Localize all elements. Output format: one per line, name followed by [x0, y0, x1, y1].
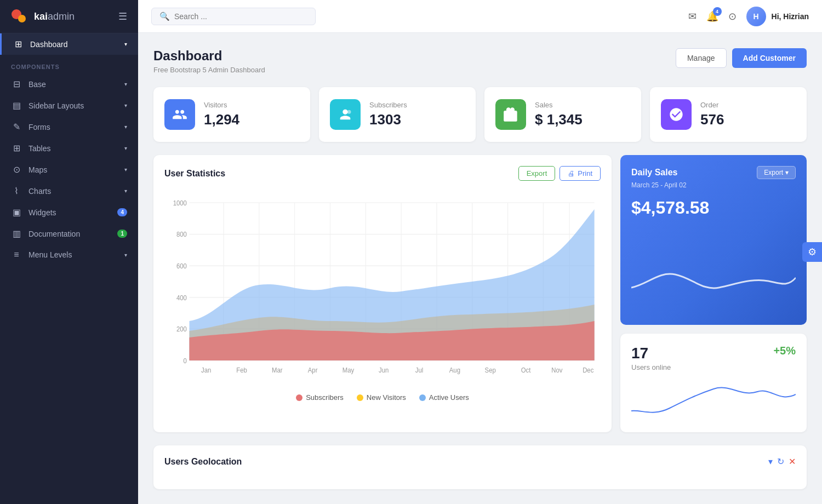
stat-label: Sales: [535, 101, 583, 109]
settings-icon: ⚙: [808, 246, 817, 258]
layouts-icon: ▤: [11, 100, 22, 111]
chart-title: User Statistics: [164, 169, 225, 179]
sidebar-item-maps[interactable]: ⊙ Maps ▾: [0, 159, 138, 180]
user-info[interactable]: H Hi, Hizrian: [746, 7, 809, 26]
stat-info-visitors: Visitors 1,294: [204, 101, 239, 128]
search-input[interactable]: [174, 12, 307, 21]
stat-info-sales: Sales $ 1,345: [535, 101, 583, 128]
search-box[interactable]: 🔍: [151, 8, 316, 25]
stat-value: 1,294: [204, 111, 239, 128]
page-title: Dashboard: [153, 48, 265, 64]
sidebar-item-widgets[interactable]: ▣ Widgets 4: [0, 202, 138, 223]
sidebar-label-docs: Documentation: [28, 230, 111, 238]
svg-text:Feb: Feb: [236, 366, 247, 373]
user-greeting: Hi, Hizrian: [772, 12, 809, 21]
menu-icon: ≡: [11, 250, 22, 260]
geo-collapse-button[interactable]: ▾: [768, 456, 773, 467]
sidebar-item-base[interactable]: ⊟ Base ▾: [0, 73, 138, 95]
svg-text:400: 400: [176, 294, 187, 301]
docs-icon: ▥: [11, 228, 22, 239]
sidebar-item-charts[interactable]: ⌇ Charts ▾: [0, 180, 138, 202]
legend-dot: [296, 394, 302, 401]
uo-left: 17 Users online: [631, 345, 671, 371]
page-title-area: Dashboard Free Bootstrap 5 Admin Dashboa…: [153, 48, 265, 74]
geo-close-button[interactable]: ✕: [789, 456, 796, 467]
sidebar-item-forms[interactable]: ✎ Forms ▾: [0, 116, 138, 138]
sidebar-label-tables: Tables: [28, 144, 118, 153]
svg-text:Jul: Jul: [415, 366, 424, 373]
chevron-right-icon: ▾: [124, 252, 127, 258]
sidebar-item-menu-levels[interactable]: ≡ Menu Levels ▾: [0, 244, 138, 265]
right-column: Daily Sales Export ▾ March 25 - April 02…: [620, 155, 807, 432]
sidebar-item-documentation[interactable]: ▥ Documentation 1: [0, 223, 138, 244]
logo-svg: [11, 9, 28, 24]
geo-refresh-button[interactable]: ↻: [777, 456, 784, 467]
page-content: Dashboard Free Bootstrap 5 Admin Dashboa…: [138, 33, 822, 504]
stat-label: Order: [700, 101, 724, 109]
sidebar-item-dashboard[interactable]: ⊞ Dashboard ▾: [0, 33, 138, 55]
layers-icon: ⊙: [728, 11, 737, 22]
chevron-right-icon: ▾: [124, 145, 127, 151]
users-online-card: 17 Users online +5%: [620, 334, 807, 432]
ds-chart-area: [631, 248, 796, 314]
legend-new-visitors: New Visitors: [357, 393, 406, 402]
sidebar-item-tables[interactable]: ⊞ Tables ▾: [0, 138, 138, 159]
export-button[interactable]: Export: [518, 166, 556, 181]
avatar: H: [746, 7, 766, 26]
page-actions: Manage Add Customer: [676, 48, 807, 68]
geo-title: Users Geolocation: [164, 457, 242, 467]
legend-dot: [357, 394, 363, 401]
svg-point-1: [18, 15, 26, 22]
layers-button[interactable]: ⊙: [728, 10, 737, 22]
stat-card-subscribers: Subscribers 1303: [319, 87, 476, 142]
daily-sales-card: Daily Sales Export ▾ March 25 - April 02…: [620, 155, 807, 325]
svg-point-2: [347, 110, 351, 114]
mail-icon: ✉: [688, 11, 697, 22]
sales-icon: [495, 99, 526, 130]
svg-text:0: 0: [184, 357, 187, 364]
stat-card-visitors: Visitors 1,294: [153, 87, 310, 142]
ds-title: Daily Sales: [631, 168, 678, 177]
sidebar-item-sidebar-layouts[interactable]: ▤ Sidebar Layouts ▾: [0, 95, 138, 116]
user-statistics-card: User Statistics Export 🖨 Print: [153, 155, 612, 432]
settings-fab[interactable]: ⚙: [802, 242, 822, 262]
svg-text:Oct: Oct: [521, 366, 531, 373]
sidebar-label-widgets: Widgets: [28, 208, 111, 217]
svg-text:Apr: Apr: [308, 366, 318, 373]
subscribers-icon: [330, 99, 361, 130]
charts-row: User Statistics Export 🖨 Print: [153, 155, 807, 432]
users-online-percent: +5%: [773, 345, 796, 357]
stat-value: 576: [700, 111, 724, 128]
forms-icon: ✎: [11, 122, 22, 132]
ds-export-button[interactable]: Export ▾: [757, 166, 796, 179]
logo-icon: [11, 9, 28, 24]
manage-button[interactable]: Manage: [676, 48, 727, 68]
chevron-down-icon: ▾: [785, 169, 789, 176]
search-icon: 🔍: [159, 12, 170, 21]
hamburger-button[interactable]: ☰: [118, 10, 127, 22]
add-customer-button[interactable]: Add Customer: [732, 48, 807, 68]
stat-card-sales: Sales $ 1,345: [484, 87, 641, 142]
header: 🔍 ✉ 🔔 4 ⊙ H Hi, Hizrian: [138, 0, 822, 33]
svg-text:600: 600: [176, 262, 187, 270]
svg-text:Jan: Jan: [201, 366, 211, 373]
legend-subscribers: Subscribers: [296, 393, 344, 402]
logo-text: kaiadmin: [34, 11, 75, 22]
uo-chart: [631, 378, 796, 422]
print-icon: 🖨: [568, 169, 575, 177]
sidebar-label-charts: Charts: [28, 187, 118, 196]
print-button[interactable]: 🖨 Print: [560, 166, 601, 181]
svg-text:Mar: Mar: [272, 366, 283, 373]
chevron-right-icon: ▾: [124, 102, 127, 108]
sidebar-item-label: Dashboard: [30, 40, 118, 49]
chevron-right-icon: ▾: [124, 188, 127, 194]
mail-button[interactable]: ✉: [688, 10, 697, 22]
svg-text:Dec: Dec: [583, 366, 593, 373]
ds-header: Daily Sales Export ▾: [631, 166, 796, 179]
sidebar-label-maps: Maps: [28, 165, 118, 174]
header-right: ✉ 🔔 4 ⊙ H Hi, Hizrian: [688, 7, 809, 26]
notification-button[interactable]: 🔔 4: [706, 10, 718, 22]
stat-value: $ 1,345: [535, 111, 583, 128]
page-header: Dashboard Free Bootstrap 5 Admin Dashboa…: [153, 48, 807, 74]
dashboard-icon: ⊞: [13, 39, 24, 49]
